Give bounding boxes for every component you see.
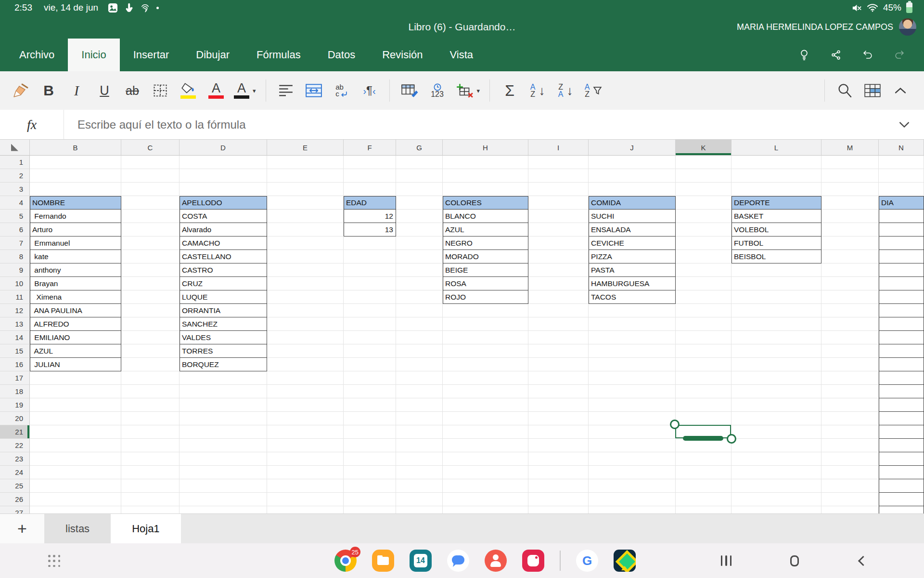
cell-M8[interactable] [821,250,879,263]
cell-H20[interactable] [443,412,528,425]
cell-B7[interactable]: Emmanuel [30,236,121,250]
cell-E25[interactable] [267,479,344,493]
cell-N3[interactable] [879,183,924,196]
formula-input[interactable]: Escribe aquí el texto o la fórmula [77,118,246,131]
cell-N27[interactable] [879,506,924,513]
cell-C18[interactable] [121,385,180,398]
cell-D14[interactable]: VALDES [180,331,267,344]
expand-formula-bar-button[interactable] [899,121,910,128]
messages-app-icon[interactable] [447,550,469,572]
cell-C15[interactable] [121,344,180,358]
cell-J10[interactable]: HAMBURGUESA [589,277,676,290]
row-header-21[interactable]: 21 [0,425,30,439]
cell-J12[interactable] [589,304,676,317]
cell-C22[interactable] [121,439,180,452]
column-header-N[interactable]: N [879,140,924,156]
cell-L1[interactable] [732,156,821,169]
cell-N15[interactable] [879,344,924,358]
cell-F20[interactable] [344,412,396,425]
row-header-26[interactable]: 26 [0,493,30,506]
cell-H24[interactable] [443,466,528,479]
cell-I6[interactable] [528,223,589,236]
cell-N20[interactable] [879,412,924,425]
cell-L18[interactable] [732,385,821,398]
merge-cells-button[interactable] [300,75,328,106]
cell-K11[interactable] [676,290,732,304]
cell-C23[interactable] [121,452,180,466]
app-drawer-icon[interactable] [48,555,61,567]
cell-I18[interactable] [528,385,589,398]
text-color-dropdown-button[interactable]: A ▾ [230,75,260,106]
cell-J1[interactable] [589,156,676,169]
cell-K19[interactable] [676,398,732,412]
cell-K10[interactable] [676,277,732,290]
cell-N17[interactable] [879,371,924,385]
cell-J18[interactable] [589,385,676,398]
cell-C25[interactable] [121,479,180,493]
column-header-B[interactable]: B [30,140,121,156]
cell-M6[interactable] [821,223,879,236]
sheet-tab-hoja1[interactable]: Hoja1 [111,514,180,543]
column-header-E[interactable]: E [267,140,344,156]
cell-K18[interactable] [676,385,732,398]
cell-F22[interactable] [344,439,396,452]
cell-M9[interactable] [821,263,879,277]
cell-E14[interactable] [267,331,344,344]
cell-J15[interactable] [589,344,676,358]
cell-I16[interactable] [528,358,589,371]
cell-F19[interactable] [344,398,396,412]
column-header-C[interactable]: C [121,140,180,156]
cell-G26[interactable] [396,493,443,506]
cell-J7[interactable]: CEVICHE [589,236,676,250]
cell-H3[interactable] [443,183,528,196]
cell-D1[interactable] [180,156,267,169]
cell-F14[interactable] [344,331,396,344]
cell-I26[interactable] [528,493,589,506]
row-header-4[interactable]: 4 [0,196,30,210]
cell-E24[interactable] [267,466,344,479]
cell-B27[interactable] [30,506,121,513]
cell-J19[interactable] [589,398,676,412]
cell-I5[interactable] [528,210,589,223]
cell-J8[interactable]: PIZZA [589,250,676,263]
format-painter-button[interactable] [7,75,35,106]
cell-F2[interactable] [344,169,396,183]
cell-F3[interactable] [344,183,396,196]
cell-H10[interactable]: ROSA [443,277,528,290]
cell-J6[interactable]: ENSALADA [589,223,676,236]
cell-H12[interactable] [443,304,528,317]
cell-D20[interactable] [180,412,267,425]
cell-B9[interactable]: anthony [30,263,121,277]
cell-D13[interactable]: SANCHEZ [180,317,267,331]
cell-styles-button[interactable] [396,75,424,106]
cell-B14[interactable]: EMILIANO [30,331,121,344]
cell-L24[interactable] [732,466,821,479]
cell-E26[interactable] [267,493,344,506]
cell-C6[interactable] [121,223,180,236]
tab-vista[interactable]: Vista [436,39,487,71]
tab-revision[interactable]: Revisión [369,39,436,71]
row-header-3[interactable]: 3 [0,183,30,196]
cell-E2[interactable] [267,169,344,183]
cell-M26[interactable] [821,493,879,506]
row-header-2[interactable]: 2 [0,169,30,183]
underline-button[interactable]: U [90,75,118,106]
cell-F11[interactable] [344,290,396,304]
cell-M2[interactable] [821,169,879,183]
cell-G25[interactable] [396,479,443,493]
cell-E9[interactable] [267,263,344,277]
cell-I8[interactable] [528,250,589,263]
cell-H23[interactable] [443,452,528,466]
google-app-icon[interactable]: G [576,550,598,572]
cell-G21[interactable] [396,425,443,439]
cell-G23[interactable] [396,452,443,466]
cell-B21[interactable] [30,425,121,439]
tab-inicio[interactable]: Inicio [68,39,119,71]
cell-C7[interactable] [121,236,180,250]
sort-ascending-button[interactable]: AZ ↓ [524,75,552,106]
tab-datos[interactable]: Datos [314,39,369,71]
row-header-19[interactable]: 19 [0,398,30,412]
select-all-button[interactable] [0,140,30,156]
cell-F6[interactable]: 13 [344,223,396,236]
cell-M22[interactable] [821,439,879,452]
